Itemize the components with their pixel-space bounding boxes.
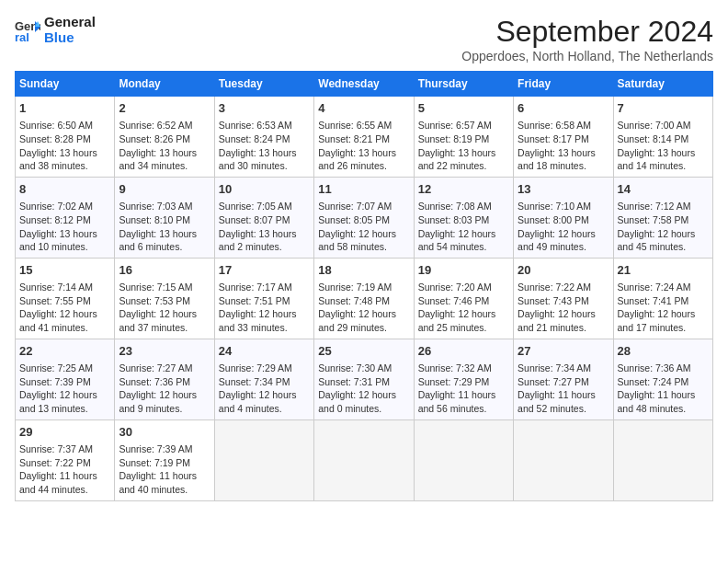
day-info-line: Sunrise: 7:08 AM [418,200,509,213]
day-info-line: Daylight: 12 hours [518,307,609,321]
table-row [314,419,414,500]
day-number: 27 [518,343,609,360]
page-header: Gene ral General Blue September 2024 Opp… [15,15,713,63]
day-info-line: Sunset: 8:24 PM [219,132,310,146]
day-info-line: Sunset: 7:53 PM [119,294,210,308]
day-info-line: and 41 minutes. [19,321,110,335]
day-info-line: Sunset: 7:39 PM [19,375,110,389]
day-info-line: Daylight: 12 hours [19,388,110,402]
day-info-line: and 56 minutes. [418,402,509,416]
svg-text:ral: ral [15,30,29,43]
day-info-line: Sunset: 8:05 PM [318,213,409,227]
day-info-line: Sunset: 7:48 PM [318,294,409,308]
day-info-line: and 26 minutes. [318,159,409,173]
day-info-line: Daylight: 11 hours [19,469,110,483]
day-number: 12 [418,181,509,198]
day-info-line: Daylight: 12 hours [219,307,310,321]
day-info-line: and 33 minutes. [219,321,310,335]
day-info-line: Sunrise: 6:55 AM [318,119,409,132]
day-info-line: Sunrise: 6:53 AM [219,119,310,132]
header-thursday: Thursday [414,72,513,97]
day-info-line: and 52 minutes. [518,402,609,416]
day-number: 2 [119,100,210,117]
day-info-line: and 58 minutes. [318,240,409,254]
table-row: 11Sunrise: 7:07 AMSunset: 8:05 PMDayligh… [314,177,414,258]
day-info-line: Daylight: 12 hours [19,307,110,321]
table-row: 2Sunrise: 6:52 AMSunset: 8:26 PMDaylight… [115,97,214,178]
day-number: 11 [318,181,409,198]
day-info-line: Sunrise: 6:52 AM [119,119,210,132]
day-info-line: Sunset: 8:26 PM [119,132,210,146]
day-number: 21 [618,262,709,279]
calendar-week-row: 22Sunrise: 7:25 AMSunset: 7:39 PMDayligh… [16,339,713,419]
header-monday: Monday [115,72,214,97]
logo-icon: Gene ral [15,17,40,43]
day-info-line: Daylight: 12 hours [418,227,509,241]
day-number: 20 [518,262,609,279]
day-number: 29 [19,424,110,441]
day-info-line: Daylight: 13 hours [19,227,110,241]
day-number: 3 [219,100,310,117]
day-info-line: Sunrise: 7:37 AM [19,442,110,456]
day-number: 9 [119,181,210,198]
day-info-line: Sunset: 7:46 PM [418,294,509,308]
day-info-line: and 2 minutes. [219,240,310,254]
day-info-line: Daylight: 11 hours [119,469,210,483]
day-number: 18 [318,262,409,279]
day-info-line: and 44 minutes. [19,483,110,497]
day-info-line: Sunrise: 7:17 AM [219,281,310,294]
day-info-line: Daylight: 13 hours [119,227,210,241]
day-number: 15 [19,262,110,279]
header-wednesday: Wednesday [314,72,414,97]
day-number: 14 [618,181,709,198]
day-number: 26 [418,343,509,360]
day-info-line: and 0 minutes. [318,402,409,416]
table-row: 10Sunrise: 7:05 AMSunset: 8:07 PMDayligh… [214,177,313,258]
table-row: 16Sunrise: 7:15 AMSunset: 7:53 PMDayligh… [115,258,214,339]
day-info-line: Sunrise: 7:22 AM [518,281,609,294]
day-info-line: Daylight: 12 hours [219,388,310,402]
day-info-line: Daylight: 13 hours [318,146,409,160]
day-info-line: Daylight: 13 hours [518,146,609,160]
day-info-line: Sunrise: 7:36 AM [618,362,709,375]
day-info-line: Sunset: 7:58 PM [618,213,709,227]
day-info-line: Sunrise: 7:24 AM [618,281,709,294]
day-info-line: Sunset: 8:21 PM [318,132,409,146]
day-info-line: Daylight: 12 hours [318,388,409,402]
day-info-line: Sunrise: 7:39 AM [119,442,210,456]
day-info-line: and 17 minutes. [618,321,709,335]
day-number: 22 [19,343,110,360]
day-number: 5 [418,100,509,117]
day-info-line: Sunrise: 7:07 AM [318,200,409,213]
day-number: 25 [318,343,409,360]
day-info-line: and 14 minutes. [618,159,709,173]
day-info-line: Sunset: 8:12 PM [19,213,110,227]
table-row: 18Sunrise: 7:19 AMSunset: 7:48 PMDayligh… [314,258,414,339]
table-row: 30Sunrise: 7:39 AMSunset: 7:19 PMDayligh… [115,419,214,500]
title-area: September 2024 Opperdoes, North Holland,… [461,15,713,63]
table-row: 26Sunrise: 7:32 AMSunset: 7:29 PMDayligh… [414,339,513,419]
day-info-line: Sunset: 8:00 PM [518,213,609,227]
table-row [613,419,712,500]
day-info-line: Sunset: 7:36 PM [119,375,210,389]
day-info-line: and 4 minutes. [219,402,310,416]
day-number: 17 [219,262,310,279]
day-info-line: Sunset: 8:07 PM [219,213,310,227]
table-row: 29Sunrise: 7:37 AMSunset: 7:22 PMDayligh… [16,419,115,500]
day-info-line: Daylight: 12 hours [418,307,509,321]
day-info-line: Sunset: 7:31 PM [318,375,409,389]
table-row: 1Sunrise: 6:50 AMSunset: 8:28 PMDaylight… [16,97,115,178]
header-tuesday: Tuesday [214,72,313,97]
table-row: 5Sunrise: 6:57 AMSunset: 8:19 PMDaylight… [414,97,513,178]
calendar-week-row: 1Sunrise: 6:50 AMSunset: 8:28 PMDaylight… [16,97,713,178]
day-info-line: Sunset: 7:43 PM [518,294,609,308]
day-info-line: and 29 minutes. [318,321,409,335]
day-number: 6 [518,100,609,117]
day-info-line: and 21 minutes. [518,321,609,335]
day-info-line: Sunset: 7:41 PM [618,294,709,308]
table-row [514,419,613,500]
day-number: 28 [618,343,709,360]
day-info-line: Daylight: 12 hours [618,227,709,241]
day-info-line: Sunrise: 7:05 AM [219,200,310,213]
day-info-line: Sunrise: 7:02 AM [19,200,110,213]
